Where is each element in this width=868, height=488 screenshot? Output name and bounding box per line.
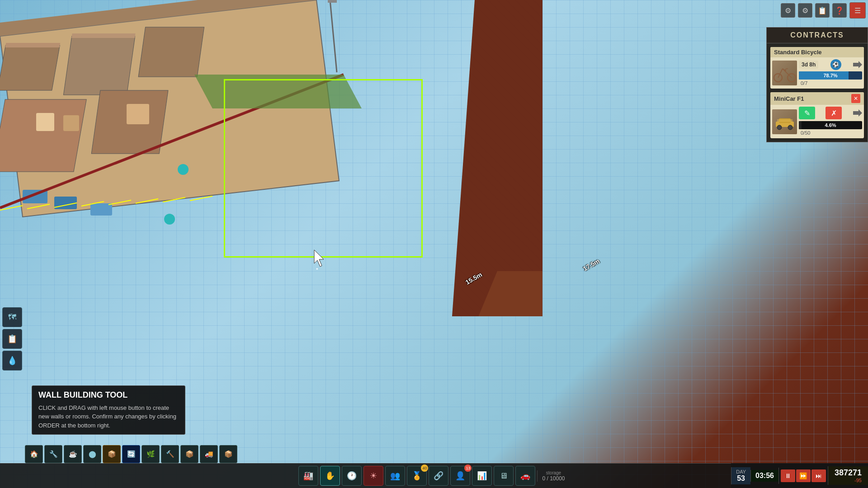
contract-bicycle-sport: ⚽ bbox=[830, 59, 841, 70]
svg-rect-28 bbox=[328, 0, 337, 3]
toolbar-links[interactable]: 🔗 bbox=[429, 466, 448, 486]
contracts-header: CONTRACTS bbox=[767, 28, 868, 43]
contracts-title: CONTRACTS bbox=[790, 31, 844, 39]
svg-rect-3 bbox=[5, 43, 60, 47]
build-icon-package[interactable]: 📦 bbox=[180, 445, 198, 463]
toolbar-clock[interactable]: 🕐 bbox=[342, 466, 362, 486]
day-counter: DAY 53 bbox=[731, 467, 750, 484]
day-label: DAY bbox=[736, 469, 746, 474]
settings-icon[interactable]: ⚙ bbox=[781, 3, 795, 18]
toolbar-hand[interactable]: ✋ bbox=[320, 466, 340, 486]
contract-bicycle-arrow bbox=[853, 61, 862, 68]
build-icon-leaf[interactable]: 🌿 bbox=[142, 445, 160, 463]
bottom-toolbar-row2: 🏠 🔧 ☕ ⬤ 📦 🔄 🌿 🔨 📦 🚚 📦 bbox=[25, 445, 237, 463]
contract-minicar: MiniCar F1 ✕ ✎ ✗ bbox=[770, 92, 864, 138]
build-icon-coffee[interactable]: ☕ bbox=[64, 445, 82, 463]
toolbar-alert[interactable]: ☀ bbox=[363, 466, 383, 486]
svg-marker-30 bbox=[452, 0, 542, 316]
svg-point-18 bbox=[164, 214, 175, 225]
toolbar-chart[interactable]: 📊 bbox=[472, 466, 492, 486]
contract-minicar-arrow bbox=[853, 109, 862, 117]
day-value: 53 bbox=[736, 474, 746, 483]
build-icon-arrows[interactable]: 🔄 bbox=[122, 445, 140, 463]
playback-controls: ⏸ ⏩ ⏭ bbox=[778, 468, 828, 484]
toolbar-person[interactable]: 👤 13 bbox=[450, 466, 470, 486]
storage-label: storage bbox=[546, 470, 561, 475]
svg-point-17 bbox=[178, 164, 189, 175]
bottom-right-bar: DAY 53 03:56 ⏸ ⏩ ⏭ 387271 -95 bbox=[731, 463, 868, 488]
contract-bicycle-icon bbox=[772, 61, 797, 85]
timer-value: 03:56 bbox=[755, 472, 774, 480]
svg-rect-10 bbox=[63, 115, 79, 131]
contract-bicycle-time: 3d 8h bbox=[799, 61, 818, 69]
wall-tool-tooltip: WALL BUILDING TOOL CLICK and DRAG with l… bbox=[32, 385, 185, 435]
svg-rect-5 bbox=[71, 33, 135, 38]
build-icon-circle[interactable]: ⬤ bbox=[83, 445, 101, 463]
build-icon-truck[interactable]: 🚚 bbox=[200, 445, 218, 463]
contract-bicycle-details: 3d 8h ⚽ 78.7% 0/7 bbox=[799, 59, 862, 87]
toolbar-monitor[interactable]: 🖥 bbox=[494, 466, 514, 486]
pause-button[interactable]: ⏸ bbox=[781, 469, 795, 482]
svg-marker-16 bbox=[194, 75, 362, 108]
contract-minicar-edit[interactable]: ✎ bbox=[799, 107, 815, 119]
left-icon-map[interactable]: 🗺 bbox=[2, 307, 22, 327]
tooltip-title: WALL BUILDING TOOL bbox=[38, 390, 179, 400]
toolbar-workers[interactable]: 👥 bbox=[385, 466, 405, 486]
contract-minicar-time-row: ✎ ✗ bbox=[799, 107, 862, 119]
contract-minicar-progress-bar: 4.6% bbox=[799, 121, 862, 129]
contracts-panel: CONTRACTS Standard Bicycle bbox=[766, 27, 868, 142]
contract-bicycle-header: Standard Bicycle bbox=[770, 47, 864, 57]
contract-minicar-delete[interactable]: ✗ bbox=[826, 107, 842, 119]
menu-button[interactable]: ☰ bbox=[849, 2, 866, 19]
build-icon-crate[interactable]: 📦 bbox=[219, 445, 237, 463]
bicycle-icon-img bbox=[772, 61, 797, 85]
contract-minicar-icon bbox=[772, 109, 797, 134]
toolbar-factory[interactable]: 🏭 bbox=[298, 466, 318, 486]
contract-bicycle-count: 0/7 bbox=[799, 80, 862, 87]
help-icon[interactable]: ❓ bbox=[832, 3, 847, 18]
svg-rect-11 bbox=[127, 104, 149, 124]
left-panel: 🗺 📋 💧 bbox=[2, 307, 22, 371]
contract-minicar-details: ✎ ✗ 4.6% 0/50 bbox=[799, 107, 862, 136]
contract-minicar-body: ✎ ✗ 4.6% 0/50 bbox=[770, 105, 864, 138]
faster-button[interactable]: ⏭ bbox=[811, 469, 826, 482]
svg-rect-9 bbox=[36, 113, 54, 131]
contract-minicar-header: MiniCar F1 ✕ bbox=[770, 92, 864, 105]
settings2-icon[interactable]: ⚙ bbox=[798, 3, 812, 18]
toolbar-car[interactable]: 🚗 bbox=[515, 466, 535, 486]
tooltip-body: CLICK and DRAG with left mouse button to… bbox=[38, 404, 179, 430]
svg-rect-2 bbox=[0, 45, 60, 90]
build-icon-box[interactable]: 📦 bbox=[103, 445, 121, 463]
svg-rect-7 bbox=[0, 99, 86, 172]
svg-text:✦: ✦ bbox=[316, 267, 319, 270]
build-icon-house[interactable]: 🏠 bbox=[25, 445, 43, 463]
build-icon-wrench[interactable]: 🔧 bbox=[44, 445, 62, 463]
contract-bicycle-body: 3d 8h ⚽ 78.7% 0/7 bbox=[770, 57, 864, 89]
contract-minicar-close[interactable]: ✕ bbox=[851, 94, 860, 103]
toolbar-trophy[interactable]: 🏅 40 bbox=[407, 466, 427, 486]
build-icon-hammer[interactable]: 🔨 bbox=[161, 445, 179, 463]
clipboard-icon[interactable]: 📋 bbox=[815, 3, 830, 18]
left-icon-water[interactable]: 💧 bbox=[2, 351, 22, 371]
trophy-badge: 40 bbox=[421, 465, 428, 472]
money-value: 387271 bbox=[835, 468, 862, 478]
svg-rect-14 bbox=[90, 203, 112, 216]
svg-rect-13 bbox=[54, 197, 77, 209]
svg-marker-33 bbox=[314, 250, 324, 267]
contract-bicycle-name: Standard Bicycle bbox=[774, 49, 822, 56]
svg-rect-46 bbox=[777, 119, 793, 122]
svg-line-27 bbox=[330, 0, 337, 72]
timer-counter: 03:56 bbox=[750, 470, 778, 482]
fast-button[interactable]: ⏩ bbox=[796, 469, 811, 482]
cursor-indicator: ✦ bbox=[312, 248, 335, 270]
minicar-icon-img bbox=[772, 109, 797, 134]
contract-bicycle-progress-bar: 78.7% bbox=[799, 71, 862, 80]
left-icon-clipboard[interactable]: 📋 bbox=[2, 329, 22, 349]
contract-bicycle-time-row: 3d 8h ⚽ bbox=[799, 59, 862, 70]
contract-minicar-pct: 4.6% bbox=[799, 122, 862, 128]
svg-point-44 bbox=[777, 125, 782, 130]
svg-rect-4 bbox=[63, 36, 135, 95]
svg-rect-6 bbox=[138, 27, 204, 77]
contract-minicar-count: 0/50 bbox=[799, 129, 862, 136]
svg-point-45 bbox=[788, 125, 793, 130]
